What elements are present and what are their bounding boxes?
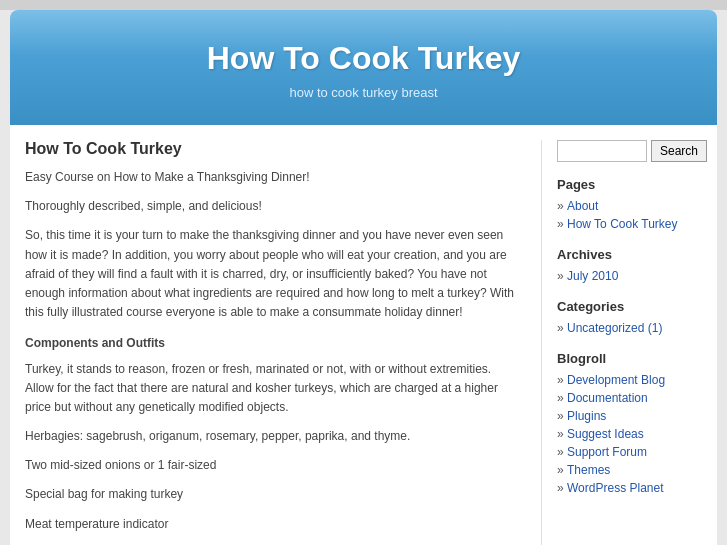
sidebar-link-about[interactable]: About xyxy=(557,197,702,215)
sidebar-archives: Archives July 2010 xyxy=(557,247,702,285)
sidebar: Search Pages About How To Cook Turkey Ar… xyxy=(542,140,702,545)
page-wrapper: How To Cook Turkey how to cook turkey br… xyxy=(0,10,727,545)
paragraph-thermometer: Meat temperature indicator xyxy=(25,515,521,534)
paragraph-turkey: Turkey, it stands to reason, frozen or f… xyxy=(25,360,521,418)
sidebar-link-plugins[interactable]: Plugins xyxy=(557,407,702,425)
sidebar-categories: Categories Uncategorized (1) xyxy=(557,299,702,337)
main-container: How To Cook Turkey Easy Course on How to… xyxy=(10,125,717,545)
sidebar-link-how-to-cook-turkey[interactable]: How To Cook Turkey xyxy=(557,215,702,233)
sidebar-pages: Pages About How To Cook Turkey xyxy=(557,177,702,233)
site-subtitle: how to cook turkey breast xyxy=(30,85,697,100)
site-title: How To Cook Turkey xyxy=(30,40,697,77)
sidebar-link-themes[interactable]: Themes xyxy=(557,461,702,479)
sidebar-blogroll: Blogroll Development Blog Documentation … xyxy=(557,351,702,497)
search-input[interactable] xyxy=(557,140,647,162)
sidebar-link-july-2010[interactable]: July 2010 xyxy=(557,267,702,285)
search-button[interactable]: Search xyxy=(651,140,707,162)
content-area: How To Cook Turkey Easy Course on How to… xyxy=(25,140,542,545)
paragraph-2: Thoroughly described, simple, and delici… xyxy=(25,197,521,216)
pages-title: Pages xyxy=(557,177,702,192)
paragraph-herbs: Herbagies: sagebrush, origanum, rosemary… xyxy=(25,427,521,446)
sidebar-link-development-blog[interactable]: Development Blog xyxy=(557,371,702,389)
paragraph-3: So, this time it is your turn to make th… xyxy=(25,226,521,322)
archives-title: Archives xyxy=(557,247,702,262)
sidebar-link-uncategorized[interactable]: Uncategorized (1) xyxy=(557,319,702,337)
paragraph-1: Easy Course on How to Make a Thanksgivin… xyxy=(25,168,521,187)
post-body: Easy Course on How to Make a Thanksgivin… xyxy=(25,168,521,545)
sidebar-link-suggest-ideas[interactable]: Suggest Ideas xyxy=(557,425,702,443)
sidebar-link-support-forum[interactable]: Support Forum xyxy=(557,443,702,461)
site-header: How To Cook Turkey how to cook turkey br… xyxy=(10,10,717,125)
search-widget: Search xyxy=(557,140,702,162)
section-components: Components and Outfits xyxy=(25,334,521,353)
post-title: How To Cook Turkey xyxy=(25,140,521,158)
sidebar-link-documentation[interactable]: Documentation xyxy=(557,389,702,407)
paragraph-onions: Two mid-sized onions or 1 fair-sized xyxy=(25,456,521,475)
blogroll-title: Blogroll xyxy=(557,351,702,366)
sidebar-link-wordpress-planet[interactable]: WordPress Planet xyxy=(557,479,702,497)
paragraph-bag: Special bag for making turkey xyxy=(25,485,521,504)
categories-title: Categories xyxy=(557,299,702,314)
